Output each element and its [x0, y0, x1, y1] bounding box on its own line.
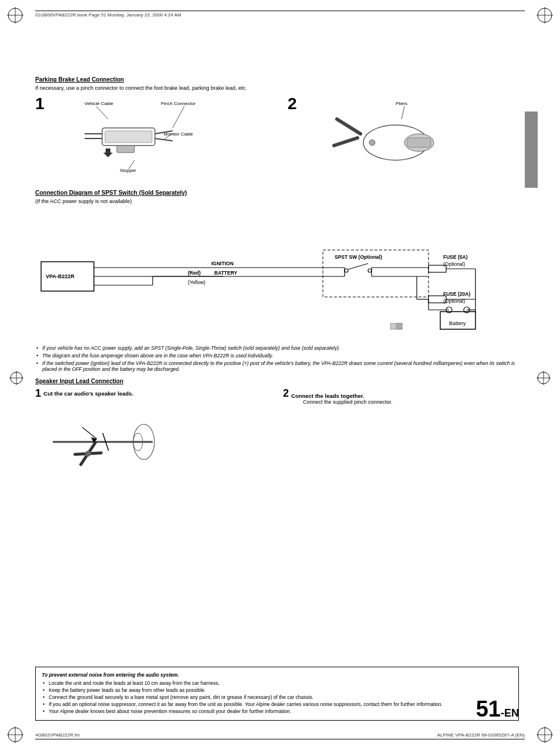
parking-step2-svg: Pliers — [302, 96, 478, 178]
notice-box: To prevent external noise from entering … — [35, 667, 519, 721]
parking-step2: 2 Pliers — [288, 96, 493, 178]
svg-text:IGNITION: IGNITION — [211, 261, 234, 266]
notice-item-5: Your Alpine dealer knows best about nois… — [42, 708, 512, 714]
left-crosshair — [8, 370, 25, 387]
svg-text:SPST SW (Optional): SPST SW (Optional) — [335, 254, 382, 260]
page-number-container: 51-EN — [476, 697, 519, 722]
speaker-step1-header: 1 Cut the car audio's speaker leads. — [35, 388, 271, 398]
svg-line-38 — [334, 138, 357, 146]
page-suffix: -EN — [501, 707, 519, 719]
svg-text:Pliers: Pliers — [396, 101, 407, 106]
connection-diagram: VPA-B222R IGNITION (Red) BATTERY — [35, 209, 519, 339]
speaker-step2-text: Connect the leads together. — [291, 390, 393, 399]
speaker-step1-svg — [47, 401, 164, 483]
connection-title: Connection Diagram of SPST Switch (Sold … — [35, 190, 519, 196]
svg-point-55 — [345, 269, 348, 272]
svg-line-57 — [348, 263, 368, 269]
speaker-step2-header: 2 Connect the leads together. Connect th… — [283, 388, 519, 405]
svg-point-41 — [369, 140, 375, 146]
notice-item-2: Keep the battery power leads as far away… — [42, 687, 512, 693]
bullet-item-1: If your vehicle has no ACC power supply,… — [35, 345, 519, 351]
svg-rect-32 — [117, 146, 134, 153]
speaker-step1-diagram — [35, 401, 271, 484]
top-bar: 01GB00VPAB222R.book Page 51 Monday, Janu… — [35, 11, 525, 18]
bottom-bar-right: ALPINE VPA-B222R 68-02065Z87-A (EN) — [437, 732, 525, 738]
svg-text:Stopper: Stopper — [120, 168, 136, 173]
parking-steps-row: 1 Vehicle Cable Pinch Connector Monitor … — [35, 96, 519, 178]
parking-subtitle: If necessary, use a pinch connector to c… — [35, 85, 519, 91]
svg-point-56 — [368, 269, 372, 272]
svg-text:VPA-B222R: VPA-B222R — [46, 273, 75, 279]
section-speaker: Speaker Input Lead Connection 1 Cut the … — [35, 378, 519, 484]
speaker-step1-num: 1 — [35, 388, 41, 398]
right-crosshair — [535, 370, 552, 387]
svg-line-37 — [337, 119, 360, 134]
parking-step1: 1 Vehicle Cable Pinch Connector Monitor … — [35, 96, 282, 178]
speaker-step2-num: 2 — [283, 388, 289, 398]
bullet-item-2: The diagram and the fuse amperage shown … — [35, 353, 519, 359]
bottom-bar: 4GB02VPAB222R.fm ALPINE VPA-B222R 68-020… — [35, 732, 525, 739]
parking-step2-num: 2 — [288, 96, 297, 112]
svg-rect-40 — [407, 138, 431, 147]
speaker-title: Speaker Input Lead Connection — [35, 378, 519, 384]
connection-subtitle: (If the ACC power supply is not availabl… — [35, 198, 519, 204]
svg-line-21 — [173, 106, 184, 128]
speaker-step2: 2 Connect the leads together. Connect th… — [283, 388, 519, 407]
svg-line-87 — [82, 427, 97, 439]
svg-text:(Yellow): (Yellow) — [188, 279, 205, 285]
svg-text:Battery: Battery — [449, 320, 466, 326]
notice-item-1: Locate the unit and route the leads at l… — [42, 680, 512, 686]
notice-item-4: If you add an optional noise suppressor,… — [42, 701, 512, 707]
svg-rect-27 — [105, 131, 152, 143]
parking-step2-diagram: Pliers — [302, 96, 478, 178]
corner-mark-tr — [535, 6, 554, 25]
page-number: 51 — [476, 697, 501, 722]
side-gray-bar — [525, 112, 538, 188]
svg-text:(Red): (Red) — [188, 270, 201, 276]
parking-step1-diagram: Vehicle Cable Pinch Connector Monitor Ca… — [49, 96, 266, 178]
top-bar-text: 01GB00VPAB222R.book Page 51 Monday, Janu… — [35, 12, 181, 18]
notice-title: To prevent external noise from entering … — [42, 672, 512, 678]
svg-marker-33 — [103, 148, 113, 157]
corner-mark-bl — [6, 725, 25, 744]
bullet-item-3: If the switched power (ignition) lead of… — [35, 360, 519, 372]
svg-text:Pinch Connector: Pinch Connector — [161, 101, 195, 106]
svg-line-19 — [96, 106, 108, 119]
speaker-step1: 1 Cut the car audio's speaker leads. — [35, 388, 271, 484]
svg-line-31 — [155, 138, 173, 141]
parking-title: Parking Brake Lead Connection — [35, 76, 519, 83]
svg-text:FUSE (5A): FUSE (5A) — [443, 254, 468, 260]
page: 01GB00VPAB222R.book Page 51 Monday, Janu… — [0, 0, 560, 750]
svg-text:Monitor Cable: Monitor Cable — [164, 131, 193, 137]
svg-line-35 — [402, 106, 404, 119]
bullet-section: If your vehicle has no ACC power supply,… — [35, 345, 519, 372]
bottom-bar-left: 4GB02VPAB222R.fm — [35, 732, 80, 738]
svg-text:(Optional): (Optional) — [443, 261, 465, 267]
parking-step1-svg: Vehicle Cable Pinch Connector Monitor Ca… — [49, 96, 266, 178]
svg-text:BATTERY: BATTERY — [214, 270, 238, 276]
speaker-steps-row: 1 Cut the car audio's speaker leads. — [35, 388, 519, 484]
section-connection: Connection Diagram of SPST Switch (Sold … — [35, 190, 519, 372]
parking-step1-num: 1 — [35, 96, 45, 112]
corner-mark-br — [535, 725, 554, 744]
corner-mark-tl — [6, 6, 25, 25]
connection-svg: VPA-B222R IGNITION (Red) BATTERY — [35, 209, 517, 338]
section-parking: Parking Brake Lead Connection If necessa… — [35, 76, 519, 484]
notice-item-3: Connect the ground lead securely to a ba… — [42, 694, 512, 700]
speaker-step1-text: Cut the car audio's speaker leads. — [43, 388, 133, 397]
main-content: Parking Brake Lead Connection If necessa… — [35, 23, 519, 484]
svg-text:FUSE (20A): FUSE (20A) — [443, 291, 470, 297]
svg-rect-84 — [396, 323, 402, 329]
svg-text:Vehicle Cable: Vehicle Cable — [85, 101, 113, 106]
speaker-step2-subtext: Connect the supplied pinch connector. — [291, 399, 393, 405]
